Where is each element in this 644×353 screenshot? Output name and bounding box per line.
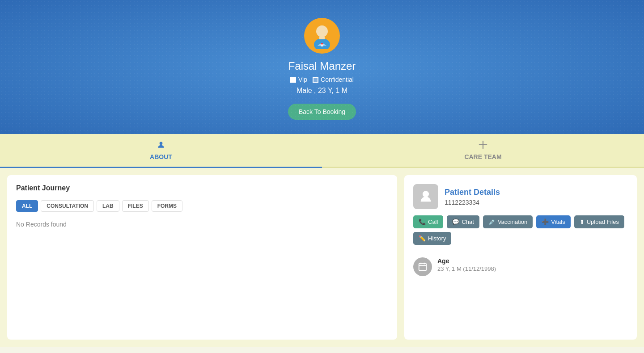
confidential-checkbox: [313, 77, 318, 83]
age-icon-wrapper: [413, 257, 432, 276]
tab-about-label: ABOUT: [150, 153, 172, 160]
vip-label: Vip: [298, 76, 307, 83]
main-content: Patient Journey ALL CONSULTATION LAB FIL…: [0, 168, 644, 347]
details-info: Patient Details 1112223334: [445, 188, 500, 206]
tab-about[interactable]: ABOUT: [0, 134, 322, 168]
filter-consultation[interactable]: CONSULTATION: [41, 200, 94, 212]
details-header: Patient Details 1112223334: [413, 184, 628, 209]
confidential-tag: Confidential: [313, 76, 354, 83]
filter-forms[interactable]: FORMS: [152, 200, 182, 212]
svg-point-3: [318, 25, 326, 34]
upload-files-label: Upload Files: [587, 219, 619, 225]
svg-point-8: [423, 191, 429, 197]
vitals-label: Vitals: [551, 219, 565, 225]
patient-name: Faisal Manzer: [9, 60, 635, 72]
journey-title: Patient Journey: [16, 184, 388, 192]
doctor-icon: [309, 22, 335, 49]
age-label: Age: [437, 257, 496, 265]
filter-lab[interactable]: LAB: [97, 200, 119, 212]
chat-label: Chat: [462, 219, 474, 225]
nav-tabs: ABOUT CARE TEAM: [0, 134, 644, 168]
tab-care-team-label: CARE TEAM: [464, 153, 501, 160]
call-icon: 📞: [419, 219, 426, 225]
vip-checkbox: [290, 77, 296, 83]
vaccination-icon: 💉: [488, 219, 496, 225]
header-section: Faisal Manzer Vip Confidential Male , 23…: [0, 0, 644, 134]
details-title: Patient Details: [445, 188, 500, 197]
vitals-icon: ➕: [542, 219, 549, 225]
patient-avatar-icon: [418, 189, 433, 204]
vitals-button[interactable]: ➕ Vitals: [536, 215, 571, 228]
back-to-booking-button[interactable]: Back To Booking: [288, 104, 356, 120]
history-label: History: [428, 235, 446, 242]
about-icon: [157, 140, 165, 151]
filter-tabs: ALL CONSULTATION LAB FILES FORMS: [16, 200, 388, 212]
no-records-text: No Records found: [16, 221, 388, 228]
action-buttons: 📞 Call 💬 Chat 💉 Vaccination ➕ Vitals ⬆ U…: [413, 215, 628, 245]
chat-icon: 💬: [452, 219, 459, 225]
care-team-icon: [479, 140, 487, 151]
patient-details-card: Patient Details 1112223334 📞 Call 💬 Chat…: [404, 175, 637, 340]
patient-tags: Vip Confidential: [9, 76, 635, 83]
patient-avatar-wrapper: [304, 18, 340, 54]
svg-rect-2: [319, 37, 325, 39]
patient-journey-card: Patient Journey ALL CONSULTATION LAB FIL…: [7, 175, 397, 340]
upload-icon: ⬆: [580, 219, 585, 225]
age-value: 23 Y, 1 M (11/12/1998): [437, 265, 496, 272]
age-section: Age 23 Y, 1 M (11/12/1998): [413, 253, 628, 281]
history-button[interactable]: ✏️ History: [413, 232, 451, 245]
svg-point-7: [160, 142, 163, 145]
vaccination-label: Vaccination: [498, 219, 527, 225]
call-button[interactable]: 📞 Call: [413, 215, 443, 228]
age-details: Age 23 Y, 1 M (11/12/1998): [437, 257, 496, 272]
patient-demographics: Male , 23 Y, 1 M: [9, 87, 635, 95]
call-label: Call: [428, 219, 438, 225]
vip-tag: Vip: [290, 76, 307, 83]
details-phone: 1112223334: [445, 199, 500, 206]
chat-button[interactable]: 💬 Chat: [447, 215, 479, 228]
patient-avatar: [304, 18, 340, 54]
details-avatar: [413, 184, 438, 209]
history-icon: ✏️: [419, 235, 426, 242]
filter-all[interactable]: ALL: [16, 200, 38, 212]
upload-files-button[interactable]: ⬆ Upload Files: [574, 215, 624, 228]
svg-rect-9: [419, 264, 427, 271]
vaccination-button[interactable]: 💉 Vaccination: [483, 215, 533, 228]
tab-care-team[interactable]: CARE TEAM: [322, 134, 644, 168]
calendar-icon: [418, 262, 428, 272]
confidential-label: Confidential: [321, 76, 354, 83]
filter-files[interactable]: FILES: [122, 200, 149, 212]
